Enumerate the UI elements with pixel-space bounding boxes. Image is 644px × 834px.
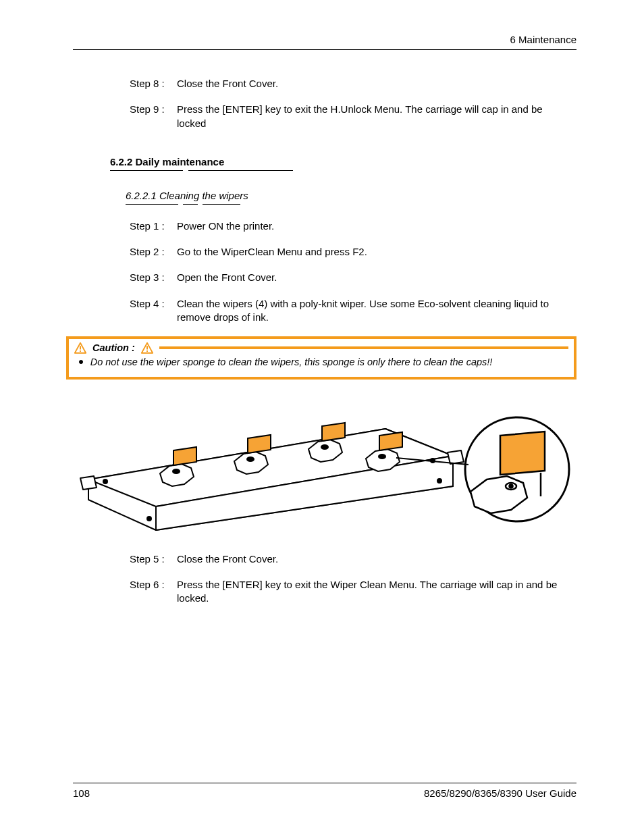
step-text: Open the Front Cover.	[177, 271, 570, 284]
step-label: Step 4 :	[130, 297, 177, 325]
step-label: Step 2 :	[130, 245, 177, 259]
step-row: Step 3 : Open the Front Cover.	[130, 271, 570, 284]
step-row: Step 4 : Clean the wipers (4) with a pol…	[130, 297, 570, 325]
step-row: Step 8 : Close the Front Cover.	[130, 77, 570, 90]
step-row: Step 9 : Press the [ENTER] key to exit t…	[130, 103, 570, 130]
svg-rect-3	[146, 350, 148, 352]
chapter-title: 6 Maintenance	[510, 34, 576, 45]
step-label: Step 3 :	[130, 271, 177, 284]
subsection-heading: 6.2.2.1 Cleaning the wipers	[126, 190, 576, 201]
caution-rule	[159, 346, 568, 349]
svg-rect-2	[146, 346, 148, 350]
section-heading: 6.2.2 Daily maintenance	[110, 156, 576, 167]
doc-title: 8265/8290/8365/8390 User Guide	[424, 787, 576, 799]
svg-point-15	[510, 484, 513, 488]
page-footer: 108 8265/8290/8365/8390 User Guide	[73, 783, 576, 799]
svg-point-9	[247, 457, 254, 461]
svg-rect-1	[80, 350, 81, 352]
caution-box: Caution : • Do not use the wiper sponge …	[66, 336, 576, 380]
step-label: Step 6 :	[130, 578, 177, 606]
step-label: Step 5 :	[130, 552, 177, 566]
step-text: Clean the wipers (4) with a poly-knit wi…	[177, 297, 570, 325]
step-label: Step 8 :	[130, 77, 177, 90]
svg-point-4	[103, 479, 107, 484]
step-text: Press the [ENTER] key to exit the Wiper …	[177, 578, 570, 606]
svg-point-6	[147, 517, 151, 521]
caution-text: Do not use the wiper sponge to clean the…	[90, 356, 493, 369]
svg-point-8	[173, 469, 180, 473]
step-row: Step 6 : Press the [ENTER] key to exit t…	[130, 578, 570, 606]
step-label: Step 1 :	[130, 219, 177, 233]
svg-point-7	[437, 479, 441, 483]
step-row: Step 5 : Close the Front Cover.	[130, 552, 570, 566]
svg-point-11	[379, 454, 385, 459]
warning-icon	[141, 342, 153, 353]
bullet-icon: •	[78, 356, 84, 369]
step-label: Step 9 :	[130, 103, 177, 130]
subheading-underline	[126, 204, 576, 205]
step-text: Go to the WiperClean Menu and press F2.	[177, 245, 570, 259]
warning-icon	[74, 342, 86, 353]
step-text: Power ON the printer.	[177, 219, 570, 233]
svg-rect-0	[80, 346, 81, 350]
page-header: 6 Maintenance	[73, 34, 576, 50]
caution-label: Caution :	[92, 342, 135, 355]
page-number: 108	[73, 787, 90, 799]
step-text: Press the [ENTER] key to exit the H.Unlo…	[177, 103, 570, 130]
step-row: Step 2 : Go to the WiperClean Menu and p…	[130, 245, 570, 259]
step-text: Close the Front Cover.	[177, 552, 570, 566]
wiper-diagram	[75, 398, 574, 533]
svg-point-10	[321, 445, 328, 449]
step-row: Step 1 : Power ON the printer.	[130, 219, 570, 233]
step-text: Close the Front Cover.	[177, 77, 570, 90]
heading-underline	[110, 170, 576, 171]
